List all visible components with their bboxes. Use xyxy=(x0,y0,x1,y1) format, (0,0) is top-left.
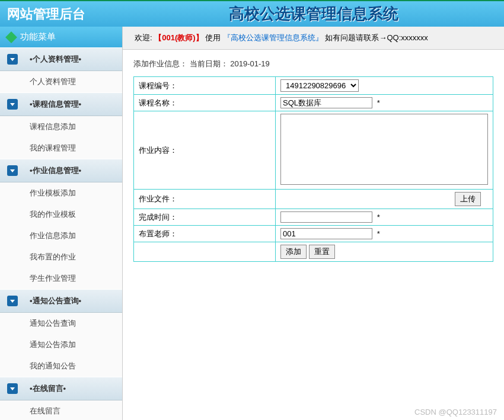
menu-title: 功能菜单 xyxy=(0,27,122,47)
upload-button[interactable]: 上传 xyxy=(455,192,481,206)
add-button[interactable]: 添加 xyxy=(280,245,307,259)
menu-section[interactable]: •课程信息管理• xyxy=(0,92,122,116)
menu-item[interactable]: 作业信息添加 xyxy=(0,225,122,246)
chevron-down-icon xyxy=(7,296,18,306)
course-name-label: 课程名称： xyxy=(134,95,276,111)
file-label: 作业文件： xyxy=(134,190,276,209)
info-line: 添加作业信息： 当前日期： 2019-01-19 xyxy=(133,59,493,69)
menu-item[interactable]: 通知公告查询 xyxy=(0,313,122,334)
chevron-down-icon xyxy=(7,383,18,394)
app-header: 网站管理后台 高校公选课管理信息系统 xyxy=(0,0,504,27)
welcome-user: 【001(教师)】 xyxy=(154,33,203,42)
menu-section[interactable]: •个人资料管理• xyxy=(0,47,122,71)
teacher-label: 布置老师： xyxy=(134,226,276,242)
menu-item[interactable]: 通知公告添加 xyxy=(0,334,122,355)
content-label: 作业内容： xyxy=(134,111,276,190)
menu-item[interactable]: 我的作业模板 xyxy=(0,204,122,225)
reset-button[interactable]: 重置 xyxy=(309,245,335,259)
course-no-select[interactable]: 14912290829696 xyxy=(280,79,359,92)
sidebar: 功能菜单 •个人资料管理•个人资料管理•课程信息管理•课程信息添加我的课程管理•… xyxy=(0,27,123,420)
welcome-bar: 欢迎: 【001(教师)】 使用 『高校公选课管理信息系统』 如有问题请联系→Q… xyxy=(123,27,504,50)
chevron-down-icon xyxy=(7,54,18,65)
menu-section[interactable]: •在线留言• xyxy=(0,377,122,400)
info-date: 2019-01-19 xyxy=(230,59,270,68)
time-input[interactable] xyxy=(280,211,372,223)
time-label: 完成时间： xyxy=(134,209,276,226)
watermark: CSDN @QQ123311197 xyxy=(414,408,497,416)
required-star: * xyxy=(377,229,380,238)
menu-item[interactable]: 作业模板添加 xyxy=(0,182,122,204)
menu-section[interactable]: •通知公告查询• xyxy=(0,289,122,313)
chevron-down-icon xyxy=(7,99,18,110)
menu-section[interactable]: •作业信息管理• xyxy=(0,159,122,182)
menu-section-label: •在线留言• xyxy=(30,383,66,394)
info-label: 添加作业信息： 当前日期： xyxy=(133,59,228,68)
menu-item[interactable]: 课程信息添加 xyxy=(0,116,122,137)
required-star: * xyxy=(377,98,380,107)
menu-item[interactable]: 在线留言 xyxy=(0,400,122,420)
menu-item[interactable]: 个人资料管理 xyxy=(0,71,122,92)
cube-icon xyxy=(5,31,17,43)
course-no-label: 课程编号： xyxy=(134,77,276,95)
welcome-system: 『高校公选课管理信息系统』 xyxy=(223,33,323,42)
menu-section-label: •通知公告查询• xyxy=(30,296,81,306)
menu-item[interactable]: 学生作业管理 xyxy=(0,268,122,289)
welcome-prefix: 欢迎: xyxy=(135,33,152,42)
welcome-suffix: 如有问题请联系→QQ:xxxxxxx xyxy=(325,33,428,42)
course-name-input[interactable] xyxy=(280,97,372,108)
menu-item[interactable]: 我布置的作业 xyxy=(0,246,122,268)
main-content: 欢迎: 【001(教师)】 使用 『高校公选课管理信息系统』 如有问题请联系→Q… xyxy=(123,27,504,420)
content-textarea[interactable] xyxy=(280,114,488,185)
menu-item[interactable]: 我的通知公告 xyxy=(0,355,122,377)
header-left-title: 网站管理后台 xyxy=(0,1,123,27)
menu-section-label: •个人资料管理• xyxy=(30,54,81,65)
menu-item[interactable]: 我的课程管理 xyxy=(0,137,122,159)
form-table: 课程编号： 14912290829696 课程名称： * 作业内容： xyxy=(133,76,493,262)
menu-section-label: •作业信息管理• xyxy=(30,165,81,176)
menu-title-label: 功能菜单 xyxy=(20,31,56,43)
welcome-mid: 使用 xyxy=(205,33,221,42)
menu-section-label: •课程信息管理• xyxy=(30,99,81,110)
header-right-title: 高校公选课管理信息系统 xyxy=(123,1,504,27)
chevron-down-icon xyxy=(7,165,18,176)
required-star: * xyxy=(377,213,380,222)
teacher-input[interactable] xyxy=(280,228,372,239)
